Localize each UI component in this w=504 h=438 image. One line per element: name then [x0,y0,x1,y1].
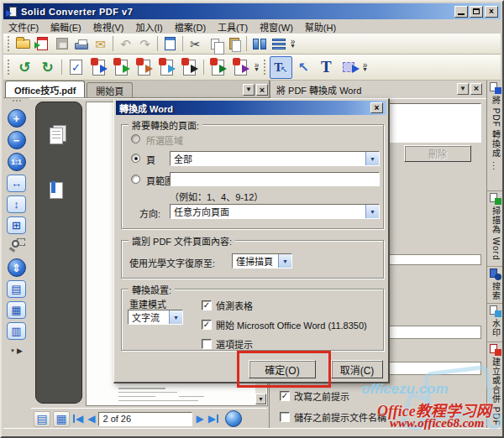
convert-to-data-button[interactable] [207,56,229,79]
marquee-zoom-button[interactable] [8,237,26,255]
tab-document[interactable]: Office技巧.pdf [5,81,85,97]
panel-dropdown-button[interactable]: ▼ [457,83,469,95]
save-as-pdf-button[interactable] [33,35,52,53]
convert-to-image-button[interactable] [229,56,252,79]
menu-edit[interactable]: 編輯(E) [50,20,81,34]
close-button[interactable]: × [485,6,498,18]
menu-file[interactable]: 文件(F) [8,20,39,34]
chevron-down-icon[interactable]: ▼ [278,254,291,268]
delete-button[interactable]: 刪除 [404,145,471,162]
next-page-button[interactable]: ▶ [195,413,204,425]
options-prompt-checkbox[interactable] [202,339,212,349]
convert-to-html-button[interactable] [155,56,178,79]
two-pane-view-button[interactable] [249,35,269,53]
toolstrip-overflow-button[interactable]: ▼▶ [10,347,23,355]
email-button[interactable]: ✉ [91,35,110,53]
menu-window[interactable]: 視窗(W) [260,20,293,34]
toolbar-grip[interactable] [8,60,11,75]
print-button[interactable] [71,35,91,53]
maximize-button[interactable] [470,6,483,18]
toolbar-grip[interactable] [264,60,267,75]
scroll-pages-button[interactable]: ⇕ [8,258,26,277]
filename-prompt-checkbox[interactable] [280,412,290,422]
search-document-button[interactable] [160,35,180,53]
panel-close-button[interactable]: × [470,83,482,95]
range-radio[interactable] [131,175,140,184]
toolbar-overflow-button[interactable]: »▼ [254,63,260,70]
fit-height-button[interactable]: ↕ [7,196,26,213]
cancel-button[interactable]: 取消(C) [331,360,383,378]
tab-convert-pdf-to-word[interactable]: 將 PDF 轉換成 ... [487,81,504,191]
toolbar-overflow-button[interactable]: »▼ [362,63,368,70]
row-view-button[interactable] [269,35,288,53]
single-page-view-button[interactable]: ▤ [7,280,26,298]
tab-watermark[interactable]: 水印 [487,304,504,342]
direction-select[interactable]: 任意方向頁面 ▼ [170,204,380,219]
toolstrip-grip[interactable] [13,100,21,104]
selection-radio[interactable] [131,134,140,143]
scroll-down-button[interactable]: ▼ [255,394,266,404]
paste-button[interactable] [224,35,244,53]
text-tool-button[interactable]: T [315,56,338,79]
undo-button[interactable]: ↶ [116,35,135,53]
convert-to-text-button[interactable] [178,56,201,79]
rotate-right-button[interactable]: ↻ [36,56,59,79]
minimize-button[interactable] [454,6,468,18]
detect-tables-checkbox[interactable]: ✓ [202,300,212,310]
select-area-tool-button[interactable] [338,56,360,79]
tab-scan-to-word[interactable]: 掃描為 Word [487,191,504,267]
grid-pages-mode-button[interactable]: ▦ [53,411,70,427]
pages-radio[interactable] [131,154,140,163]
ocr-select[interactable]: 僅掃描頁 ▼ [232,253,292,269]
page-number-input[interactable] [98,412,192,426]
zoom-in-button[interactable]: + [8,109,26,128]
convert-to-powerpoint-button[interactable] [133,56,155,79]
pages-select[interactable]: 全部 ▼ [170,151,380,166]
zoom-out-button[interactable]: − [8,131,26,149]
nav-sphere-icon[interactable] [225,410,242,427]
convert-to-word-button[interactable] [87,56,110,79]
cut-button[interactable]: ✂ [186,35,205,53]
tab-search[interactable]: 搜索 [487,267,504,304]
first-page-button[interactable]: ◀ [72,413,84,425]
convert-to-excel-button[interactable] [110,56,133,79]
tab-list-dropdown-button[interactable]: ▼ [243,84,255,96]
rebuild-mode-label: 重建模式 [129,297,166,310]
menu-document[interactable]: 檔案(D) [175,20,206,34]
toolbar-overflow-button[interactable]: »▼ [290,39,296,47]
open-word-checkbox[interactable]: ✓ [202,320,212,330]
copy-button[interactable] [205,35,224,53]
menu-help[interactable]: 幫助(H) [305,20,336,34]
single-page-mode-button[interactable]: ▤ [34,411,50,427]
rotate-left-button[interactable]: ↺ [13,56,36,79]
overwrite-prompt-checkbox[interactable]: ✓ [280,391,290,401]
actual-size-button[interactable]: 1:1 [8,153,26,171]
tab-create-or-merge-pdf[interactable]: 建立或合併 PDF [487,342,504,428]
bookmark-icon[interactable] [50,182,63,199]
continuous-view-button[interactable]: ▥ [7,322,26,340]
open-file-button[interactable] [13,35,33,53]
menu-view[interactable]: 檢視(V) [93,20,124,34]
tab-start-page[interactable]: 開始頁 [87,82,133,97]
redo-button[interactable]: ↷ [135,35,155,53]
tab-close-button[interactable]: × [256,84,268,96]
menu-insert[interactable]: 加入(I) [135,20,162,34]
range-input[interactable] [170,172,380,186]
facing-pages-view-button[interactable]: ▦ [7,301,26,319]
save-button[interactable] [52,35,71,53]
toolbar-grip[interactable] [8,36,11,51]
verify-button[interactable]: ✓ [65,56,87,79]
rebuild-mode-select[interactable]: 文字流 ▼ [128,310,183,325]
fit-width-button[interactable]: ↔ [7,175,26,192]
fit-page-button[interactable]: ⊞ [7,216,26,234]
last-page-button[interactable]: ▶ [207,413,219,425]
menu-tools[interactable]: 工具(T) [218,20,248,34]
dialog-close-button[interactable]: × [370,102,383,113]
select-text-tool-button[interactable]: T↖ [270,56,292,79]
previous-page-button[interactable]: ◀ [87,413,96,425]
chevron-down-icon[interactable]: ▼ [365,205,379,218]
pages-thumbnail-icon[interactable] [50,128,63,144]
pointer-tool-button[interactable]: ↖ [292,56,315,79]
chevron-down-icon[interactable]: ▼ [169,310,182,324]
chevron-down-icon[interactable]: ▼ [365,152,379,165]
